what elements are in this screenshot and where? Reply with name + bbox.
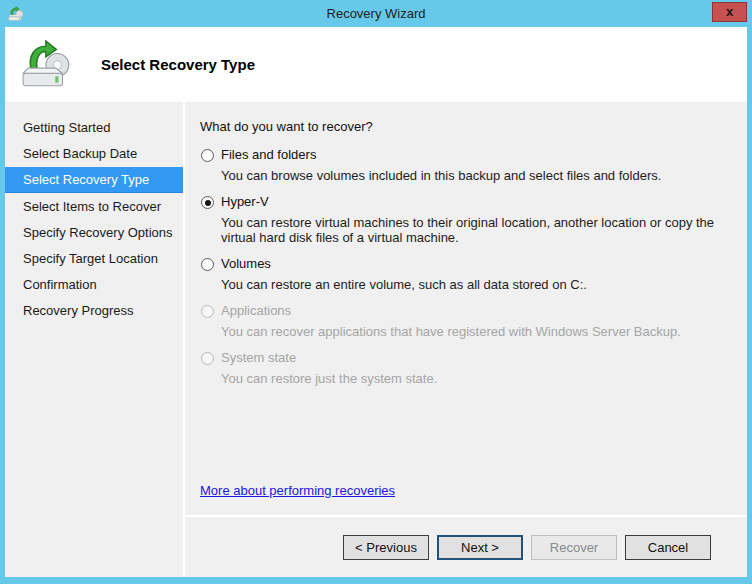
radio-dot: [205, 309, 211, 315]
sidebar-item-specify-recovery-options[interactable]: Specify Recovery Options: [5, 220, 183, 245]
sidebar-item-confirmation[interactable]: Confirmation: [5, 272, 183, 297]
sidebar-item-specify-target-location[interactable]: Specify Target Location: [5, 246, 183, 271]
sidebar-item-select-backup-date[interactable]: Select Backup Date: [5, 141, 183, 166]
option-description: You can browse volumes included in this …: [221, 168, 661, 183]
wizard-steps-sidebar: Getting Started Select Backup Date Selec…: [5, 102, 183, 577]
option-description: You can restore an entire volume, such a…: [221, 277, 587, 292]
radio-dot: [205, 262, 211, 268]
recover-button: Recover: [531, 535, 617, 560]
dialog-body: Getting Started Select Backup Date Selec…: [5, 102, 747, 577]
sidebar-item-recovery-progress[interactable]: Recovery Progress: [5, 298, 183, 323]
sidebar-item-select-items-to-recover[interactable]: Select Items to Recover: [5, 194, 183, 219]
option-label: Volumes: [221, 256, 587, 271]
option-label: Files and folders: [221, 147, 661, 162]
previous-button[interactable]: < Previous: [343, 535, 429, 560]
radio-applications: [201, 305, 214, 318]
recovery-wizard-window: Recovery Wizard x Select Recovery Type G…: [0, 0, 752, 584]
sidebar-item-getting-started[interactable]: Getting Started: [5, 115, 183, 140]
recovery-option-applications: Applications You can recover application…: [200, 303, 733, 339]
option-label: Applications: [221, 303, 681, 318]
option-label: System state: [221, 350, 437, 365]
footer-button-bar: < Previous Next > Recover Cancel: [185, 517, 747, 577]
titlebar: Recovery Wizard x: [0, 0, 752, 27]
backup-drive-icon: [21, 40, 75, 90]
page-title: Select Recovery Type: [101, 56, 255, 73]
radio-system-state: [201, 352, 214, 365]
radio-dot: [205, 200, 211, 206]
recovery-option-hyper-v[interactable]: Hyper-V You can restore virtual machines…: [200, 194, 733, 245]
radio-hyper-v[interactable]: [201, 196, 214, 209]
close-button[interactable]: x: [712, 2, 747, 22]
option-description: You can restore virtual machines to thei…: [221, 215, 733, 245]
flex-spacer: [200, 397, 733, 483]
sidebar-item-select-recovery-type[interactable]: Select Recovery Type: [5, 167, 183, 193]
radio-dot: [205, 153, 211, 159]
option-label: Hyper-V: [221, 194, 733, 209]
next-button[interactable]: Next >: [437, 535, 523, 560]
option-description: You can restore just the system state.: [221, 371, 437, 386]
recovery-option-files-and-folders[interactable]: Files and folders You can browse volumes…: [200, 147, 733, 183]
recovery-option-volumes[interactable]: Volumes You can restore an entire volume…: [200, 256, 733, 292]
question-label: What do you want to recover?: [200, 119, 733, 134]
recovery-option-system-state: System state You can restore just the sy…: [200, 350, 733, 386]
window-title: Recovery Wizard: [0, 6, 752, 21]
radio-volumes[interactable]: [201, 258, 214, 271]
more-about-recoveries-link[interactable]: More about performing recoveries: [200, 483, 395, 498]
dialog-frame: Select Recovery Type Getting Started Sel…: [5, 27, 747, 577]
radio-files-and-folders[interactable]: [201, 149, 214, 162]
radio-dot: [205, 356, 211, 362]
main-content: What do you want to recover? Files and f…: [185, 102, 747, 515]
cancel-button[interactable]: Cancel: [625, 535, 711, 560]
wizard-header: Select Recovery Type: [5, 27, 747, 102]
option-description: You can recover applications that have r…: [221, 324, 681, 339]
right-column: What do you want to recover? Files and f…: [185, 102, 747, 577]
